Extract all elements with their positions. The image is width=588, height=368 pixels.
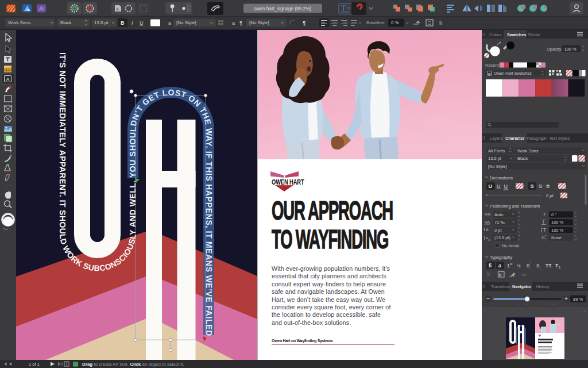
- svg-text:fi: fi: [499, 273, 501, 278]
- svg-text:S: S: [541, 235, 545, 240]
- svg-text:U: U: [140, 20, 144, 26]
- svg-text:Stroke: Stroke: [528, 32, 540, 37]
- svg-text:Opacity:: Opacity:: [547, 47, 563, 52]
- svg-text:100 %: 100 %: [551, 220, 564, 225]
- svg-text:owen hart_signage (89.2%): owen hart_signage (89.2%): [254, 6, 311, 12]
- svg-text:¶: ¶: [239, 20, 242, 26]
- svg-text:89 %: 89 %: [573, 297, 583, 302]
- svg-text:Work Sans: Work Sans: [517, 148, 539, 154]
- svg-text:13.5 pt: 13.5 pt: [94, 20, 109, 25]
- svg-text:Colour: Colour: [489, 32, 502, 37]
- svg-text:Decorations: Decorations: [490, 175, 513, 181]
- svg-text:𝐴: 𝐴: [510, 272, 514, 278]
- svg-text:A: A: [486, 228, 489, 232]
- svg-text:Baseline:: Baseline:: [366, 20, 385, 25]
- svg-text:Work Sans: Work Sans: [8, 20, 30, 25]
- svg-text:13.5 pt: 13.5 pt: [488, 156, 502, 161]
- svg-text:Black: Black: [60, 20, 72, 25]
- svg-text:Auto: Auto: [494, 212, 503, 217]
- svg-text:A: A: [488, 238, 490, 241]
- svg-text:B: B: [121, 20, 125, 26]
- svg-text:[No Style]: [No Style]: [488, 164, 507, 169]
- svg-text:100 %: 100 %: [551, 228, 564, 233]
- svg-text:S: S: [531, 183, 534, 189]
- svg-text:S: S: [539, 183, 542, 189]
- svg-text:a: a: [498, 263, 501, 269]
- svg-text:0 pt: 0 pt: [546, 193, 554, 198]
- svg-text:fi: fi: [439, 20, 442, 26]
- svg-text:[No Style]: [No Style]: [176, 20, 196, 25]
- svg-text:Swatches: Swatches: [507, 32, 526, 37]
- svg-text:Recent:: Recent:: [485, 63, 500, 68]
- svg-text:¶: ¶: [303, 20, 305, 26]
- svg-text:Positioning and Transform: Positioning and Transform: [490, 204, 540, 209]
- svg-text:Owen Hart Swatches: Owen Hart Swatches: [494, 71, 532, 75]
- svg-text:History: History: [536, 284, 550, 289]
- svg-text:Character: Character: [505, 136, 525, 141]
- svg-text:All Fonts: All Fonts: [488, 148, 505, 154]
- svg-text:100 %: 100 %: [564, 47, 577, 52]
- svg-text:a: a: [168, 20, 171, 26]
- svg-text:A: A: [6, 76, 9, 82]
- svg-text:S: S: [546, 183, 550, 189]
- svg-text:Typography: Typography: [490, 255, 512, 260]
- svg-text:72 ‰: 72 ‰: [494, 220, 505, 225]
- svg-text:...: ...: [522, 271, 526, 277]
- svg-text:0 pt: 0 pt: [494, 228, 502, 233]
- svg-text:No break: No break: [502, 243, 520, 248]
- svg-text:Drag to create Art text. Click: Drag to create Art text. Click an object…: [82, 362, 184, 367]
- svg-text:V⁄A: V⁄A: [485, 212, 491, 216]
- svg-text:Navigator: Navigator: [512, 284, 531, 289]
- svg-text:½: ½: [517, 263, 521, 269]
- svg-text:[No Style]: [No Style]: [249, 20, 269, 25]
- svg-text:st: st: [510, 262, 513, 266]
- svg-text:a: a: [232, 20, 235, 26]
- svg-text:U: U: [504, 183, 508, 189]
- svg-text:U: U: [489, 183, 493, 189]
- svg-text:fi: fi: [489, 263, 492, 269]
- svg-text:U: U: [497, 183, 501, 189]
- svg-text:VA: VA: [485, 220, 490, 224]
- svg-text:1 of 1: 1 of 1: [29, 362, 40, 367]
- svg-text:': ': [530, 262, 531, 265]
- svg-text:(13.5 pt): (13.5 pt): [494, 235, 510, 240]
- svg-text:Paragraph: Paragraph: [527, 136, 547, 141]
- svg-text:None: None: [551, 235, 562, 240]
- svg-text:Transform: Transform: [491, 284, 510, 289]
- svg-text:0 °: 0 °: [551, 212, 556, 217]
- svg-text:Black: Black: [517, 156, 528, 161]
- svg-text:0 %: 0 %: [391, 20, 399, 25]
- svg-text:I: I: [131, 20, 133, 26]
- svg-text:TT: TT: [546, 263, 552, 269]
- svg-text:Layers: Layers: [490, 136, 503, 141]
- svg-text:T: T: [543, 227, 546, 233]
- svg-text:Text Styles: Text Styles: [549, 136, 570, 141]
